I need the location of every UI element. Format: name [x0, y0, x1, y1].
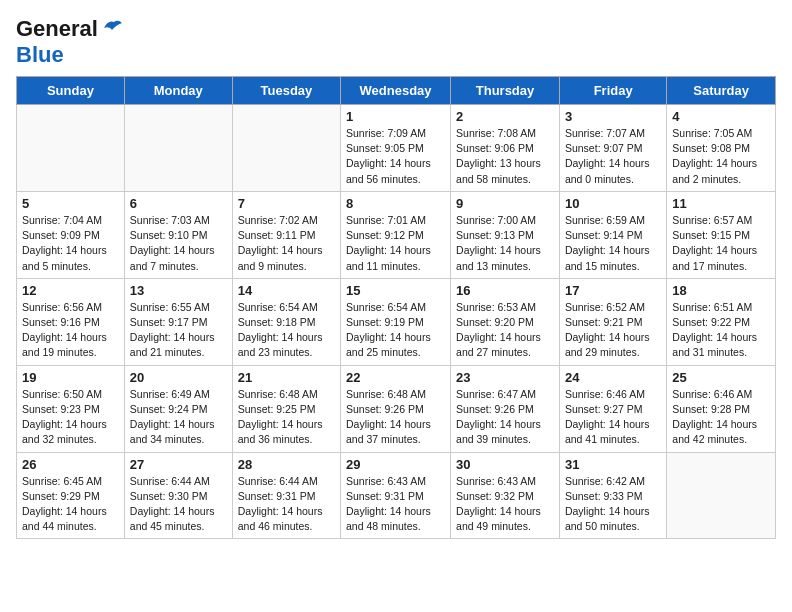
day-info: Sunrise: 6:55 AMSunset: 9:17 PMDaylight:…: [130, 300, 227, 361]
calendar-cell: [232, 105, 340, 192]
logo: General Blue: [16, 16, 124, 68]
day-info: Sunrise: 7:07 AMSunset: 9:07 PMDaylight:…: [565, 126, 661, 187]
day-info: Sunrise: 6:46 AMSunset: 9:28 PMDaylight:…: [672, 387, 770, 448]
day-number: 9: [456, 196, 554, 211]
calendar-cell: [124, 105, 232, 192]
day-info: Sunrise: 6:49 AMSunset: 9:24 PMDaylight:…: [130, 387, 227, 448]
day-number: 1: [346, 109, 445, 124]
day-info: Sunrise: 6:48 AMSunset: 9:26 PMDaylight:…: [346, 387, 445, 448]
day-number: 23: [456, 370, 554, 385]
calendar-cell: 20Sunrise: 6:49 AMSunset: 9:24 PMDayligh…: [124, 365, 232, 452]
col-header-saturday: Saturday: [667, 77, 776, 105]
calendar-cell: [667, 452, 776, 539]
calendar-cell: 17Sunrise: 6:52 AMSunset: 9:21 PMDayligh…: [559, 278, 666, 365]
day-info: Sunrise: 6:44 AMSunset: 9:30 PMDaylight:…: [130, 474, 227, 535]
calendar-cell: 3Sunrise: 7:07 AMSunset: 9:07 PMDaylight…: [559, 105, 666, 192]
day-info: Sunrise: 6:46 AMSunset: 9:27 PMDaylight:…: [565, 387, 661, 448]
day-number: 24: [565, 370, 661, 385]
calendar-cell: 5Sunrise: 7:04 AMSunset: 9:09 PMDaylight…: [17, 191, 125, 278]
calendar-cell: 13Sunrise: 6:55 AMSunset: 9:17 PMDayligh…: [124, 278, 232, 365]
calendar-cell: 24Sunrise: 6:46 AMSunset: 9:27 PMDayligh…: [559, 365, 666, 452]
day-info: Sunrise: 6:48 AMSunset: 9:25 PMDaylight:…: [238, 387, 335, 448]
calendar-cell: 14Sunrise: 6:54 AMSunset: 9:18 PMDayligh…: [232, 278, 340, 365]
day-number: 11: [672, 196, 770, 211]
day-info: Sunrise: 7:09 AMSunset: 9:05 PMDaylight:…: [346, 126, 445, 187]
day-info: Sunrise: 6:43 AMSunset: 9:32 PMDaylight:…: [456, 474, 554, 535]
calendar-cell: 18Sunrise: 6:51 AMSunset: 9:22 PMDayligh…: [667, 278, 776, 365]
logo-blue: Blue: [16, 42, 64, 67]
calendar-cell: 16Sunrise: 6:53 AMSunset: 9:20 PMDayligh…: [451, 278, 560, 365]
calendar-cell: 4Sunrise: 7:05 AMSunset: 9:08 PMDaylight…: [667, 105, 776, 192]
day-number: 19: [22, 370, 119, 385]
logo-bird-icon: [102, 18, 124, 36]
day-number: 17: [565, 283, 661, 298]
day-number: 27: [130, 457, 227, 472]
day-info: Sunrise: 7:05 AMSunset: 9:08 PMDaylight:…: [672, 126, 770, 187]
day-number: 15: [346, 283, 445, 298]
calendar-cell: 30Sunrise: 6:43 AMSunset: 9:32 PMDayligh…: [451, 452, 560, 539]
calendar-cell: 1Sunrise: 7:09 AMSunset: 9:05 PMDaylight…: [341, 105, 451, 192]
day-number: 20: [130, 370, 227, 385]
day-info: Sunrise: 7:02 AMSunset: 9:11 PMDaylight:…: [238, 213, 335, 274]
col-header-friday: Friday: [559, 77, 666, 105]
day-number: 26: [22, 457, 119, 472]
calendar-cell: 9Sunrise: 7:00 AMSunset: 9:13 PMDaylight…: [451, 191, 560, 278]
day-number: 13: [130, 283, 227, 298]
day-number: 25: [672, 370, 770, 385]
calendar-table: SundayMondayTuesdayWednesdayThursdayFrid…: [16, 76, 776, 539]
col-header-tuesday: Tuesday: [232, 77, 340, 105]
day-number: 31: [565, 457, 661, 472]
day-info: Sunrise: 7:00 AMSunset: 9:13 PMDaylight:…: [456, 213, 554, 274]
day-info: Sunrise: 6:54 AMSunset: 9:19 PMDaylight:…: [346, 300, 445, 361]
day-number: 16: [456, 283, 554, 298]
col-header-thursday: Thursday: [451, 77, 560, 105]
day-info: Sunrise: 6:57 AMSunset: 9:15 PMDaylight:…: [672, 213, 770, 274]
calendar-cell: 12Sunrise: 6:56 AMSunset: 9:16 PMDayligh…: [17, 278, 125, 365]
day-info: Sunrise: 6:59 AMSunset: 9:14 PMDaylight:…: [565, 213, 661, 274]
day-number: 30: [456, 457, 554, 472]
logo-general: General: [16, 16, 98, 42]
calendar-cell: 10Sunrise: 6:59 AMSunset: 9:14 PMDayligh…: [559, 191, 666, 278]
day-info: Sunrise: 6:52 AMSunset: 9:21 PMDaylight:…: [565, 300, 661, 361]
day-info: Sunrise: 6:51 AMSunset: 9:22 PMDaylight:…: [672, 300, 770, 361]
calendar-cell: 22Sunrise: 6:48 AMSunset: 9:26 PMDayligh…: [341, 365, 451, 452]
page-header: General Blue: [16, 16, 776, 68]
calendar-cell: 31Sunrise: 6:42 AMSunset: 9:33 PMDayligh…: [559, 452, 666, 539]
day-info: Sunrise: 6:56 AMSunset: 9:16 PMDaylight:…: [22, 300, 119, 361]
day-number: 28: [238, 457, 335, 472]
day-info: Sunrise: 6:50 AMSunset: 9:23 PMDaylight:…: [22, 387, 119, 448]
calendar-cell: 6Sunrise: 7:03 AMSunset: 9:10 PMDaylight…: [124, 191, 232, 278]
calendar-week-2: 5Sunrise: 7:04 AMSunset: 9:09 PMDaylight…: [17, 191, 776, 278]
day-number: 18: [672, 283, 770, 298]
day-info: Sunrise: 7:08 AMSunset: 9:06 PMDaylight:…: [456, 126, 554, 187]
day-number: 7: [238, 196, 335, 211]
calendar-cell: 26Sunrise: 6:45 AMSunset: 9:29 PMDayligh…: [17, 452, 125, 539]
calendar-cell: 11Sunrise: 6:57 AMSunset: 9:15 PMDayligh…: [667, 191, 776, 278]
day-info: Sunrise: 6:47 AMSunset: 9:26 PMDaylight:…: [456, 387, 554, 448]
calendar-week-1: 1Sunrise: 7:09 AMSunset: 9:05 PMDaylight…: [17, 105, 776, 192]
day-number: 22: [346, 370, 445, 385]
calendar-header-row: SundayMondayTuesdayWednesdayThursdayFrid…: [17, 77, 776, 105]
calendar-cell: 15Sunrise: 6:54 AMSunset: 9:19 PMDayligh…: [341, 278, 451, 365]
day-number: 29: [346, 457, 445, 472]
day-number: 12: [22, 283, 119, 298]
day-info: Sunrise: 6:54 AMSunset: 9:18 PMDaylight:…: [238, 300, 335, 361]
day-info: Sunrise: 6:44 AMSunset: 9:31 PMDaylight:…: [238, 474, 335, 535]
calendar-cell: 23Sunrise: 6:47 AMSunset: 9:26 PMDayligh…: [451, 365, 560, 452]
day-number: 6: [130, 196, 227, 211]
calendar-cell: 21Sunrise: 6:48 AMSunset: 9:25 PMDayligh…: [232, 365, 340, 452]
day-number: 8: [346, 196, 445, 211]
calendar-cell: 27Sunrise: 6:44 AMSunset: 9:30 PMDayligh…: [124, 452, 232, 539]
calendar-cell: [17, 105, 125, 192]
day-number: 5: [22, 196, 119, 211]
calendar-cell: 25Sunrise: 6:46 AMSunset: 9:28 PMDayligh…: [667, 365, 776, 452]
day-info: Sunrise: 6:43 AMSunset: 9:31 PMDaylight:…: [346, 474, 445, 535]
col-header-wednesday: Wednesday: [341, 77, 451, 105]
day-info: Sunrise: 7:03 AMSunset: 9:10 PMDaylight:…: [130, 213, 227, 274]
day-info: Sunrise: 7:04 AMSunset: 9:09 PMDaylight:…: [22, 213, 119, 274]
day-info: Sunrise: 6:53 AMSunset: 9:20 PMDaylight:…: [456, 300, 554, 361]
day-info: Sunrise: 7:01 AMSunset: 9:12 PMDaylight:…: [346, 213, 445, 274]
calendar-cell: 8Sunrise: 7:01 AMSunset: 9:12 PMDaylight…: [341, 191, 451, 278]
calendar-cell: 2Sunrise: 7:08 AMSunset: 9:06 PMDaylight…: [451, 105, 560, 192]
day-info: Sunrise: 6:45 AMSunset: 9:29 PMDaylight:…: [22, 474, 119, 535]
